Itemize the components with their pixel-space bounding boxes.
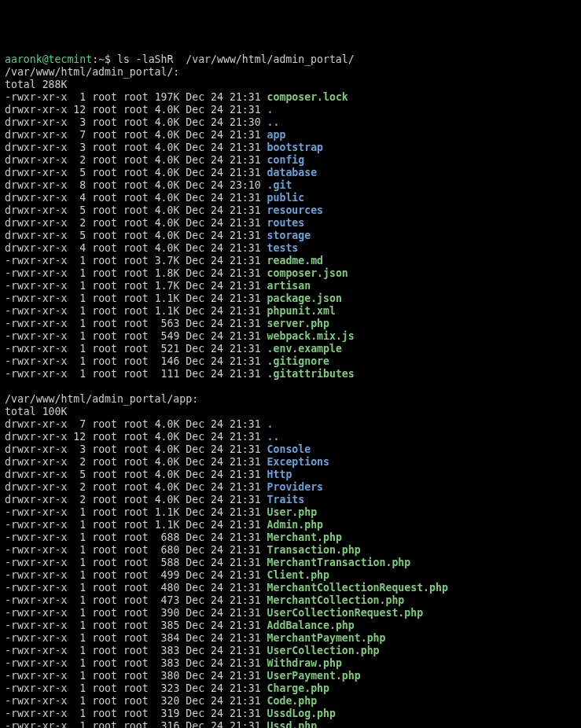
command-text[interactable]: ls -laShR /var/www/html/admin_portal/ — [117, 53, 355, 65]
date: Dec 24 21:31 — [186, 506, 260, 518]
perm: -rwxr-xr-x — [5, 544, 67, 556]
links: 7 — [73, 418, 86, 430]
date: Dec 24 21:31 — [186, 607, 260, 619]
perm: drwxr-xr-x — [5, 204, 67, 216]
owner: root — [92, 519, 117, 531]
links: 1 — [73, 720, 86, 728]
size: 688 — [155, 531, 180, 543]
owner: root — [92, 494, 117, 506]
owner: root — [92, 657, 117, 669]
group: root — [123, 557, 149, 568]
owner: root — [92, 255, 117, 267]
date: Dec 24 21:31 — [186, 720, 260, 728]
perm: -rwxr-xr-x — [5, 355, 67, 367]
size: 4.0K — [155, 230, 180, 241]
date: Dec 24 21:31 — [186, 582, 260, 594]
file-name: Traits — [267, 494, 305, 506]
date: Dec 24 21:31 — [186, 494, 260, 506]
prompt-at: @ — [42, 53, 49, 65]
owner: root — [92, 230, 117, 241]
links: 4 — [73, 192, 86, 204]
file-name: composer.json — [267, 267, 348, 279]
group: root — [123, 645, 149, 656]
size: 3.7K — [155, 255, 180, 267]
owner: root — [92, 330, 117, 342]
file-name: phpunit.xml — [267, 305, 336, 317]
size: 323 — [155, 682, 180, 694]
owner: root — [92, 682, 117, 694]
size: 4.0K — [155, 204, 180, 216]
file-name: . — [267, 418, 274, 430]
file-name: package.json — [267, 292, 342, 304]
perm: -rwxr-xr-x — [5, 267, 67, 279]
owner: root — [92, 129, 117, 141]
owner: root — [92, 91, 117, 103]
links: 12 — [73, 431, 86, 443]
group: root — [123, 418, 149, 430]
perm: -rwxr-xr-x — [5, 670, 67, 682]
owner: root — [92, 318, 117, 329]
size: 4.0K — [155, 242, 180, 254]
date: Dec 24 21:31 — [186, 682, 260, 694]
owner: root — [92, 192, 117, 204]
links: 1 — [73, 620, 86, 631]
group: root — [123, 242, 149, 254]
size: 383 — [155, 657, 180, 669]
links: 1 — [73, 557, 86, 568]
perm: -rwxr-xr-x — [5, 632, 67, 644]
file-name: .git — [267, 179, 292, 191]
group: root — [123, 355, 149, 367]
file-name: Withdraw.php — [267, 657, 342, 669]
perm: drwxr-xr-x — [5, 192, 67, 204]
date: Dec 24 21:31 — [186, 418, 260, 430]
date: Dec 24 21:31 — [186, 343, 260, 355]
perm: -rwxr-xr-x — [5, 594, 67, 606]
group: root — [123, 343, 149, 355]
size: 4.0K — [155, 167, 180, 178]
file-name: config — [267, 154, 305, 166]
date: Dec 24 21:30 — [186, 116, 260, 128]
links: 5 — [73, 204, 86, 216]
group: root — [123, 682, 149, 694]
group: root — [123, 620, 149, 631]
prompt-sigil: $ — [105, 53, 117, 65]
owner: root — [92, 569, 117, 581]
size: 316 — [155, 720, 180, 728]
date: Dec 24 21:31 — [186, 91, 260, 103]
date: Dec 24 21:31 — [186, 620, 260, 631]
file-name: User.php — [267, 506, 318, 518]
file-name: Transaction.php — [267, 544, 361, 556]
size: 1.1K — [155, 506, 180, 518]
group: root — [123, 607, 149, 619]
perm: -rwxr-xr-x — [5, 645, 67, 656]
date: Dec 24 21:31 — [186, 305, 260, 317]
file-name: readme.md — [267, 255, 323, 267]
owner: root — [92, 594, 117, 606]
perm: drwxr-xr-x — [5, 242, 67, 254]
owner: root — [92, 116, 117, 128]
date: Dec 24 21:31 — [186, 154, 260, 166]
size: 588 — [155, 557, 180, 568]
perm: -rwxr-xr-x — [5, 695, 67, 707]
date: Dec 24 21:31 — [186, 204, 260, 216]
perm: -rwxr-xr-x — [5, 708, 67, 719]
links: 5 — [73, 167, 86, 178]
file-name: .gitignore — [267, 355, 329, 367]
group: root — [123, 494, 149, 506]
group: root — [123, 531, 149, 543]
group: root — [123, 91, 149, 103]
links: 3 — [73, 443, 86, 455]
group: root — [123, 255, 149, 267]
date: Dec 24 21:31 — [186, 330, 260, 342]
perm: drwxr-xr-x — [5, 116, 67, 128]
file-name: artisan — [267, 280, 311, 292]
links: 3 — [73, 142, 86, 153]
file-name: . — [267, 104, 274, 116]
size: 320 — [155, 695, 180, 707]
file-name: Ussd.php — [267, 720, 318, 728]
date: Dec 24 21:31 — [186, 142, 260, 153]
date: Dec 24 21:31 — [186, 104, 260, 116]
owner: root — [92, 154, 117, 166]
size: 4.0K — [155, 443, 180, 455]
date: Dec 24 21:31 — [186, 443, 260, 455]
